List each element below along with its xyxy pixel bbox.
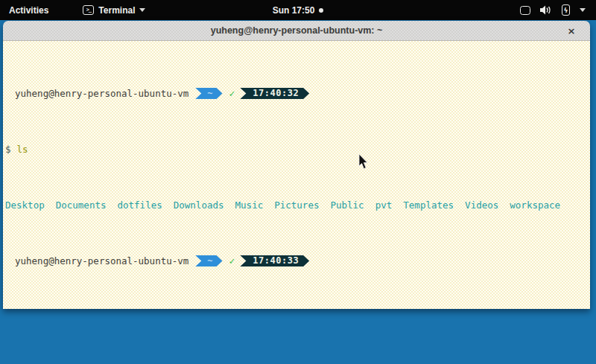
terminal-window: yuheng@henry-personal-ubuntu-vm: ~ × yuh… xyxy=(3,21,590,309)
volume-icon xyxy=(540,5,552,15)
desktop: { "topbar": { "activities_label": "Activ… xyxy=(0,0,596,364)
clock-label: Sun 17:50 xyxy=(273,5,315,16)
chevron-down-icon xyxy=(139,8,145,12)
app-menu-terminal[interactable]: >_ Terminal xyxy=(78,0,150,20)
notification-dot-icon xyxy=(319,8,323,13)
prompt-user-host: yuheng@henry-personal-ubuntu-vm xyxy=(15,255,188,266)
system-status-area[interactable]: ϟ xyxy=(520,0,596,20)
top-bar: Activities >_ Terminal Sun 17:50 ϟ xyxy=(0,0,596,20)
mouse-cursor-icon xyxy=(358,154,369,170)
chevron-down-icon xyxy=(580,8,586,12)
close-icon[interactable]: × xyxy=(562,21,581,40)
prompt-line-2: yuheng@henry-personal-ubuntu-vm ~ ✓ 17:4… xyxy=(5,255,589,266)
prompt-user-host: yuheng@henry-personal-ubuntu-vm xyxy=(15,88,188,99)
ls-output: Desktop Documents dotfiles Downloads Mus… xyxy=(5,199,589,211)
terminal-content[interactable]: yuheng@henry-personal-ubuntu-vm ~ ✓ 17:4… xyxy=(3,41,590,309)
terminal-icon: >_ xyxy=(83,5,94,15)
check-icon: ✓ xyxy=(229,88,235,99)
window-titlebar[interactable]: yuheng@henry-personal-ubuntu-vm: ~ × xyxy=(3,21,590,41)
app-menu-label: Terminal xyxy=(98,5,135,16)
battery-charging-icon: ϟ xyxy=(562,4,570,16)
prompt-time-segment: 17:40:32 xyxy=(240,88,309,99)
prompt-symbol: $ xyxy=(5,144,11,155)
prompt-path-segment: ~ xyxy=(195,255,222,266)
command-text: ls xyxy=(17,144,28,155)
activities-button[interactable]: Activities xyxy=(0,0,57,20)
check-icon: ✓ xyxy=(229,255,235,266)
prompt-path-segment: ~ xyxy=(195,88,222,99)
prompt-line-1: yuheng@henry-personal-ubuntu-vm ~ ✓ 17:4… xyxy=(5,88,589,99)
screen-icon xyxy=(520,6,530,15)
command-line: $ ls xyxy=(5,144,589,155)
window-title: yuheng@henry-personal-ubuntu-vm: ~ xyxy=(211,25,383,36)
prompt-time-segment: 17:40:33 xyxy=(240,255,309,266)
